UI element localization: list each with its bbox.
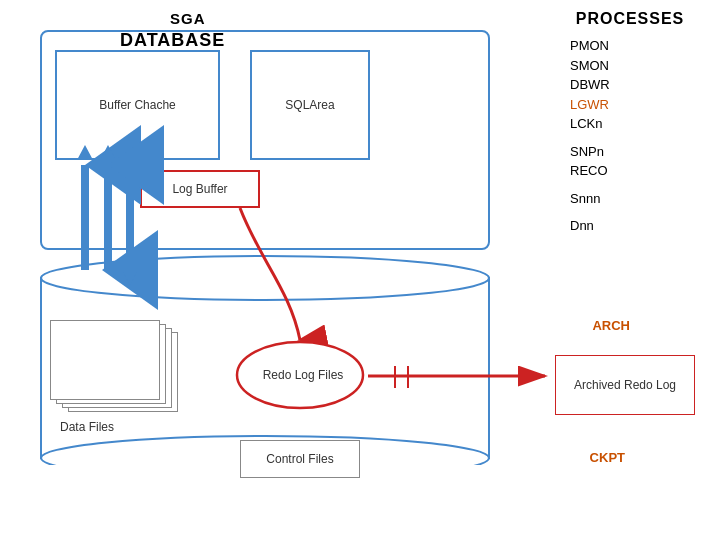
control-files-label: Control Files xyxy=(266,452,333,466)
sql-area-label: SQLArea xyxy=(285,98,334,112)
database-label: DATABASE xyxy=(120,30,225,51)
proc-dnn: Dnn xyxy=(570,216,710,236)
archived-redo-box: Archived Redo Log xyxy=(555,355,695,415)
archived-redo-label: Archived Redo Log xyxy=(574,378,676,392)
proc-snpn: SNPn xyxy=(570,142,710,162)
log-buffer-box: Log Buffer xyxy=(140,170,260,208)
buffer-cache-box: Buffer Chache xyxy=(55,50,220,160)
arch-label: ARCH xyxy=(592,318,630,333)
proc-reco: RECO xyxy=(570,161,710,181)
data-file-page-0 xyxy=(50,320,160,400)
proc-smon: SMON xyxy=(570,56,710,76)
redo-log-label: Redo Log Files xyxy=(243,368,363,382)
proc-lgwr: LGWR xyxy=(570,95,710,115)
ckpt-label: CKPT xyxy=(590,450,625,465)
process-group-2: SNPn RECO xyxy=(550,142,710,181)
proc-pmon: PMON xyxy=(570,36,710,56)
data-files-group xyxy=(50,320,190,420)
proc-snnn: Snnn xyxy=(570,189,710,209)
svg-point-1 xyxy=(41,256,489,300)
processes-panel: PROCESSES PMON SMON DBWR LGWR LCKn SNPn … xyxy=(550,10,710,244)
log-buffer-label: Log Buffer xyxy=(172,182,227,196)
sga-title: SGA xyxy=(170,10,206,27)
proc-dbwr: DBWR xyxy=(570,75,710,95)
process-group-4: Dnn xyxy=(550,216,710,236)
buffer-cache-label: Buffer Chache xyxy=(99,98,176,112)
processes-title: PROCESSES xyxy=(550,10,710,28)
sql-area-box: SQLArea xyxy=(250,50,370,160)
proc-lckn: LCKn xyxy=(570,114,710,134)
control-files-box: Control Files xyxy=(240,440,360,478)
data-files-label: Data Files xyxy=(60,420,114,434)
process-group-1: PMON SMON DBWR LGWR LCKn xyxy=(550,36,710,134)
process-group-3: Snnn xyxy=(550,189,710,209)
